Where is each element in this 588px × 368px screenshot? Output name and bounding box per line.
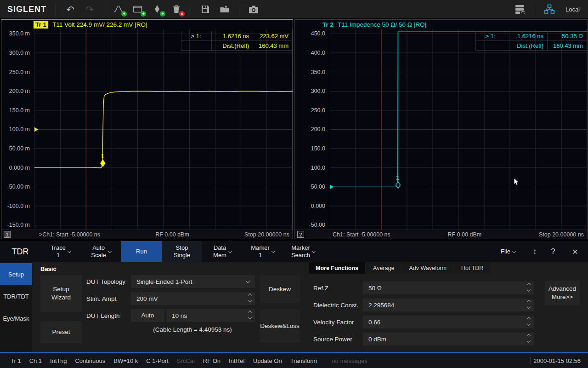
add-trace-icon[interactable]: + — [110, 1, 127, 17]
resize-panel-icon[interactable]: ↕ — [526, 241, 544, 262]
tab-average[interactable]: Average — [366, 262, 401, 274]
stim-ampl-input[interactable]: 200 mV — [131, 292, 255, 305]
setup-panel: Basic Setup Wizard Preset DUT Topology S… — [32, 262, 588, 352]
help-icon[interactable]: ? — [544, 241, 562, 262]
sidebar-item-eye-mask[interactable]: Eye/Mask — [0, 307, 32, 329]
trace-2-chip[interactable]: Tr 2 — [322, 21, 334, 28]
add-window-icon[interactable]: + — [130, 1, 146, 17]
screenshot-icon[interactable] — [245, 1, 262, 17]
tdr-menubar: TDR Trace 1 Auto Scale Run Stop Single D… — [0, 241, 588, 262]
ref-z-input[interactable]: 50 Ω — [363, 282, 534, 294]
sweep-stop-label: Stop 20.00000 ns — [244, 231, 289, 238]
status-clock: 2000-01-15 02:56 — [533, 357, 581, 364]
redo-icon[interactable]: ↷ — [81, 1, 98, 17]
marker-readout-1: > 1: 1.6216 ns 223.62 mV Dist.(Refl) 160… — [181, 31, 293, 51]
sweep-stop-label: Stop 20.00000 ns — [539, 231, 584, 238]
preset-button[interactable]: Preset — [40, 321, 82, 343]
status-channel: Ch 1 — [25, 357, 46, 364]
dut-length-input[interactable]: 10 ns — [166, 309, 255, 322]
waveform-plot-1[interactable]: 1 — [34, 29, 293, 230]
dut-topology-label: DUT Topology — [86, 275, 125, 288]
save-icon[interactable] — [197, 1, 214, 17]
source-power-label: Source Power — [313, 333, 352, 345]
dut-length-auto-button[interactable]: Auto — [131, 309, 164, 322]
dut-length-label: DUT Length — [86, 309, 120, 322]
open-icon[interactable] — [216, 1, 233, 17]
source-power-input[interactable]: 0 dBm — [363, 333, 534, 345]
status-ref: IntRef — [225, 357, 249, 364]
chevron-down-icon — [512, 249, 516, 253]
menu-marker-search[interactable]: Marker Search — [283, 241, 323, 262]
status-bandwidth: BW=10 k — [109, 357, 142, 364]
stepper-icons[interactable] — [527, 283, 530, 291]
waveform-window-1: Tr 1 T11 Volt 224.9 mV/ 226.2 mV [RO] 35… — [1, 19, 293, 239]
waveform-plot-2[interactable]: 1 — [330, 29, 587, 230]
trace-1-chip[interactable]: Tr 1 — [34, 21, 48, 29]
svg-text:1: 1 — [101, 153, 104, 160]
undo-icon[interactable]: ↶ — [62, 1, 79, 17]
tab-hot-tdr[interactable]: Hot TDR — [454, 262, 490, 274]
chevron-down-icon — [108, 249, 112, 253]
device-manager-icon[interactable] — [512, 1, 529, 17]
deskew-loss-button[interactable]: Deskew&Loss — [260, 309, 300, 343]
status-sweep-mode: Continuous — [71, 357, 109, 364]
top-toolbar: SIGLENT ↶ ↷ + + + × Local — [0, 0, 588, 18]
sidebar-item-tdr-tdt[interactable]: TDR/TDT — [0, 285, 32, 307]
chart-footer: 1 >Ch1: Start -5.00000 ns RF 0.00 dBm St… — [1, 230, 293, 239]
delete-trace-icon[interactable]: × — [168, 1, 185, 17]
status-rf: RF On — [199, 357, 225, 364]
trace-2-description: T11 Impedence 50 Ω/ 50 Ω [RO] — [338, 21, 426, 28]
network-icon[interactable] — [541, 1, 558, 17]
add-marker-icon[interactable]: + — [149, 1, 165, 17]
status-bar: Tr 1 Ch 1 IntTrig Continuous BW=10 k C 1… — [0, 352, 588, 368]
menu-marker[interactable]: Marker 1 — [243, 241, 283, 262]
tab-adv-waveform[interactable]: Adv Waveform — [402, 262, 453, 274]
dielectric-const-label: Dielectric Const. — [313, 299, 358, 311]
svg-text:1: 1 — [396, 175, 399, 181]
y-axis-labels: 450.0 400.0 350.0 300.0 250.0 200.0 150.… — [295, 29, 329, 230]
section-title: Basic — [40, 265, 57, 272]
window-2-badge[interactable]: 2 — [297, 231, 304, 238]
app-title: TDR — [0, 241, 40, 262]
advanced-more-button[interactable]: Advanced More>> — [545, 281, 580, 305]
menu-run[interactable]: Run — [121, 241, 162, 262]
menu-trace[interactable]: Trace 1 — [40, 241, 81, 262]
brand-logo: SIGLENT — [7, 5, 46, 14]
status-update: Update On — [249, 357, 286, 364]
toolbar-divider — [535, 4, 535, 15]
status-transform: Transform — [286, 357, 322, 364]
tab-more-functions[interactable]: More Functions — [309, 262, 365, 274]
stepper-icons[interactable] — [527, 300, 530, 308]
stepper-icons[interactable] — [527, 317, 530, 325]
chart-header: Tr 1 T11 Volt 224.9 mV/ 226.2 mV [RO] — [1, 20, 293, 29]
chart-footer: 2 Ch1: Start -5.00000 ns RF 0.00 dBm Sto… — [295, 230, 587, 239]
stepper-icons[interactable] — [249, 311, 251, 319]
toolbar-divider — [239, 4, 239, 15]
trace-1-description: T11 Volt 224.9 mV/ 226.2 mV [RO] — [52, 21, 147, 28]
window-1-badge[interactable]: 1 — [4, 231, 11, 238]
dielectric-const-input[interactable]: 2.295684 — [363, 299, 534, 311]
deskew-button[interactable]: Deskew — [260, 275, 300, 303]
menu-auto-scale[interactable]: Auto Scale — [81, 241, 121, 262]
velocity-factor-input[interactable]: 0.66 — [363, 316, 534, 328]
menu-file[interactable]: File — [491, 241, 526, 262]
stepper-icons[interactable] — [527, 334, 530, 342]
toolbar-right: Local — [511, 1, 583, 17]
status-srccal: SrcCal — [173, 357, 199, 364]
marker-readout-2: > 1: 1.6216 ns 50.35 Ω Dist.(Refl) 160.4… — [475, 31, 587, 51]
menu-stop-single[interactable]: Stop Single — [162, 241, 202, 262]
settings-sidebar: Setup TDR/TDT Eye/Mask — [0, 262, 32, 352]
chevron-down-icon — [271, 249, 275, 253]
chevron-down-icon — [68, 249, 71, 253]
dut-topology-select[interactable]: Single-Ended 1-Port — [131, 275, 255, 288]
setup-wizard-button[interactable]: Setup Wizard — [40, 275, 82, 312]
menu-data-mem[interactable]: Data Mem — [202, 241, 243, 262]
cable-length-note: (Cable Length = 4.40953 ns) — [130, 326, 255, 333]
stepper-icons[interactable] — [249, 294, 251, 302]
toolbar-divider — [191, 4, 191, 15]
close-icon[interactable]: × — [562, 241, 588, 262]
sweep-start-label: Ch1: Start -5.00000 ns — [333, 231, 390, 238]
sidebar-item-setup[interactable]: Setup — [0, 263, 32, 285]
y-axis-labels: 350.0 m 300.0 m 250.0 m 200.0 m 150.0 m … — [1, 29, 34, 230]
toolbar-divider — [104, 4, 104, 15]
